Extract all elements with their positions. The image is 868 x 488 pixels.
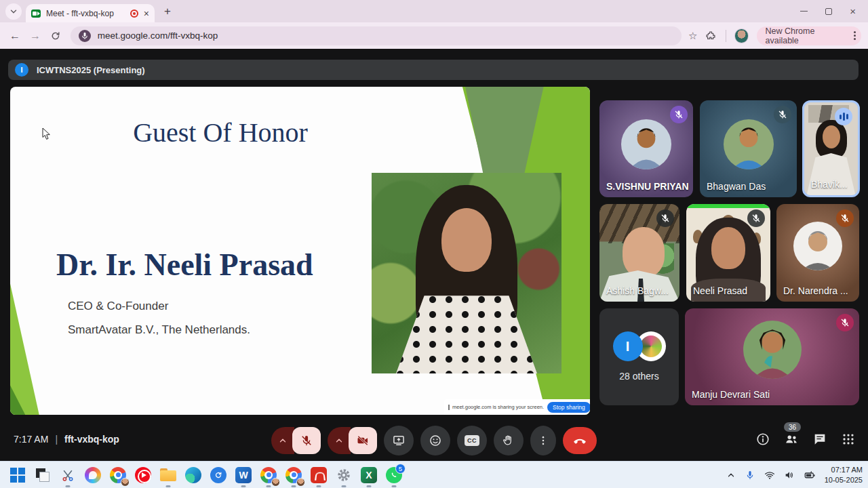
new-tab-button[interactable]: + — [164, 5, 171, 18]
chrome-profile2-icon[interactable] — [259, 466, 278, 485]
participant-tile-ashish[interactable]: Ashish Bagw... — [599, 204, 679, 302]
participant-tile-bhavik[interactable]: Bhavik... — [802, 100, 860, 197]
participant-tile-manju[interactable]: Manju Devrari Sati — [685, 308, 859, 405]
participant-name: Bhagwan Das — [707, 181, 766, 192]
meeting-details-icon[interactable] — [755, 432, 770, 447]
mic-muted-icon — [656, 209, 674, 227]
settings-icon[interactable] — [334, 466, 353, 485]
participant-avatar — [724, 119, 774, 169]
forward-button[interactable]: → — [30, 30, 41, 42]
participant-name: Ashish Bagw... — [606, 285, 669, 296]
mic-muted-icon — [836, 209, 854, 227]
photo-face — [441, 208, 492, 272]
task-view-button[interactable] — [33, 466, 52, 485]
whatsapp-icon[interactable]: 5 — [384, 466, 403, 485]
battery-icon[interactable] — [804, 469, 816, 481]
leave-call-button[interactable] — [563, 427, 597, 454]
video-person-face — [623, 227, 665, 277]
camera-control-group — [328, 427, 377, 454]
chrome-update-chip[interactable]: New Chrome available — [757, 26, 861, 45]
browser-tab[interactable]: Meet - fft-vxbq-kop × — [26, 4, 155, 22]
youtube-music-icon[interactable] — [134, 466, 153, 485]
participant-name: Bhavik... — [811, 179, 848, 190]
window-controls: × — [800, 0, 868, 22]
chrome-profile3-icon[interactable] — [284, 466, 303, 485]
speaking-indicator-icon — [835, 108, 852, 125]
meeting-panels: 36 — [755, 426, 856, 453]
toolbar-divider — [726, 30, 726, 42]
tab-search-button[interactable] — [5, 3, 22, 20]
wifi-icon[interactable] — [764, 470, 775, 481]
file-explorer-icon[interactable] — [159, 466, 178, 485]
slide-guest-org: SmartAvatar B.V., The Netherlands. — [68, 323, 250, 337]
mic-mute-button[interactable] — [292, 427, 321, 454]
snipping-tool-icon[interactable] — [58, 466, 77, 485]
excel-icon[interactable]: X — [359, 466, 378, 485]
pause-sharing-icon[interactable] — [448, 405, 450, 410]
browser-toolbar: ← → meet.google.com/fft-vxbq-kop ☆ New C… — [0, 22, 868, 49]
screen-share-toast: meet.google.com is sharing your screen. … — [444, 399, 590, 415]
people-panel-button[interactable]: 36 — [784, 432, 799, 447]
participant-name: Dr. Narendra ... — [783, 285, 848, 296]
chrome-profile1-icon[interactable] — [108, 466, 127, 485]
word-icon[interactable]: W — [234, 466, 253, 485]
profile-avatar[interactable] — [734, 28, 749, 43]
activities-icon[interactable] — [841, 432, 856, 447]
meet-control-bar: 7:17 AM | fft-vxbq-kop — [0, 420, 868, 458]
start-button[interactable] — [8, 466, 27, 485]
volume-icon[interactable] — [784, 470, 795, 481]
participant-tile-bhagwan[interactable]: Bhagwan Das — [700, 100, 797, 197]
taskbar-icons: W X 5 — [0, 466, 403, 485]
others-avatars: I — [613, 331, 666, 361]
edge-icon[interactable] — [184, 466, 203, 485]
window-maximize-button[interactable] — [825, 8, 832, 15]
participant-tile-neeli[interactable]: Neeli Prasad — [686, 204, 770, 302]
site-mic-permission-icon[interactable] — [79, 30, 91, 42]
meeting-code: fft-vxbq-kop — [64, 434, 119, 445]
chevron-down-icon — [9, 7, 18, 16]
mic-control-group — [271, 427, 321, 454]
tab-close-icon[interactable]: × — [144, 9, 149, 18]
mic-muted-icon — [670, 106, 688, 123]
reload-button[interactable] — [50, 30, 61, 41]
back-button[interactable]: ← — [9, 30, 20, 42]
bookmark-star-icon[interactable]: ☆ — [688, 30, 697, 42]
participant-avatar — [793, 222, 842, 270]
browser-menu-icon[interactable] — [854, 35, 856, 37]
address-bar[interactable]: meet.google.com/fft-vxbq-kop — [71, 26, 682, 45]
mouse-cursor — [42, 127, 51, 140]
present-screen-button[interactable] — [384, 426, 414, 455]
others-tile[interactable]: I 28 others — [599, 308, 679, 405]
participant-tile-vishnu[interactable]: S.VISHNU PRIYAN — [599, 100, 693, 197]
more-options-button[interactable] — [530, 426, 556, 455]
share-message: meet.google.com is sharing your screen. — [452, 404, 544, 410]
mic-options-button[interactable] — [271, 427, 294, 454]
reactions-button[interactable] — [420, 426, 450, 455]
copilot-icon[interactable] — [83, 466, 102, 485]
people-icon — [784, 432, 799, 447]
chat-panel-icon[interactable] — [812, 432, 827, 447]
participant-tile-narendra[interactable]: Dr. Narendra ... — [776, 204, 859, 302]
chrome-update-label: New Chrome available — [765, 26, 848, 45]
camera-options-button[interactable] — [328, 427, 351, 454]
raise-hand-button[interactable] — [494, 426, 524, 455]
acrobat-icon[interactable] — [309, 466, 328, 485]
camera-off-button[interactable] — [349, 427, 377, 454]
window-minimize-button[interactable] — [800, 11, 808, 12]
participant-avatar — [621, 119, 671, 169]
hidden-icons-chevron[interactable] — [726, 470, 736, 480]
presenter-avatar: I — [15, 63, 28, 77]
sync-app-icon[interactable] — [209, 466, 228, 485]
others-count-label: 28 others — [599, 371, 679, 382]
guest-photo — [372, 173, 561, 373]
extensions-icon[interactable] — [705, 30, 717, 42]
stop-sharing-button[interactable]: Stop sharing — [547, 402, 590, 413]
tray-clock[interactable]: 07:17 AM 10-05-2025 — [825, 465, 863, 485]
shared-screen-slide: Guest Of Honor Dr. Ir. Neeli Prasad CEO … — [10, 87, 590, 415]
windows-taskbar: W X 5 07:17 AM 10-05-2025 — [0, 461, 868, 488]
tray-mic-icon[interactable] — [745, 470, 755, 481]
tab-title: Meet - fft-vxbq-kop — [46, 9, 130, 18]
captions-button[interactable]: CC — [457, 426, 487, 455]
call-controls: CC — [271, 426, 597, 455]
window-close-button[interactable]: × — [850, 6, 856, 16]
